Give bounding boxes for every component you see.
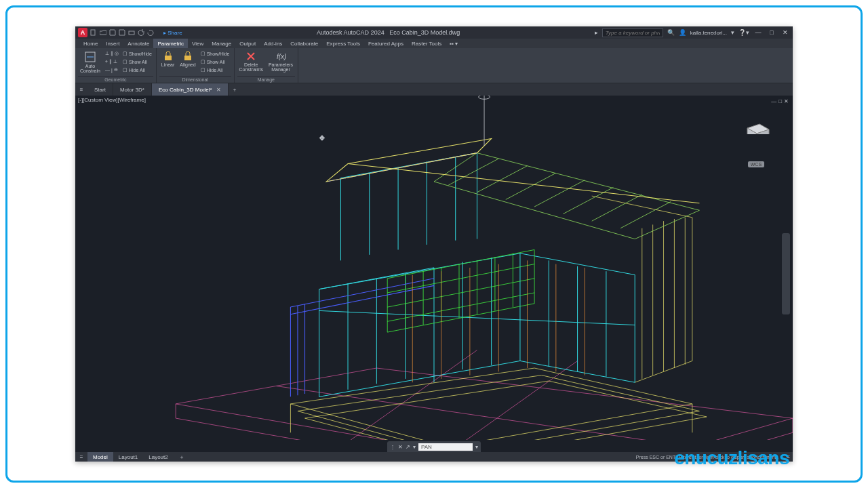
- redo-icon[interactable]: [147, 29, 154, 36]
- coincident-icon[interactable]: ⊥: [105, 51, 109, 56]
- app-logo[interactable]: A: [78, 28, 87, 37]
- perp-icon[interactable]: ⊥: [113, 59, 117, 64]
- quick-access-toolbar: [90, 29, 154, 36]
- viewcube[interactable]: LEFT FRONT WCS: [736, 120, 776, 167]
- delete-icon: [245, 51, 256, 62]
- menu-collaborate[interactable]: Collaborate: [286, 39, 322, 48]
- drawing-tabs: ≡ Start Motor 3D* Eco Cabin_3D Model*✕ ＋: [75, 83, 793, 96]
- command-input[interactable]: [418, 443, 473, 451]
- maximize-button[interactable]: □: [767, 28, 776, 37]
- dim-show-stack: ▢ Show/Hide ▢ Show All ▢ Hide All: [199, 49, 231, 74]
- geom-show-stack: ▢ Show/Hide ▢ Show All ▢ Hide All: [121, 49, 153, 74]
- delete-constraints-button[interactable]: Delete Constraints: [237, 49, 265, 73]
- cmd-handle-icon[interactable]: ⋮: [390, 444, 395, 450]
- auto-constrain-button[interactable]: Auto Constrain: [78, 49, 102, 75]
- share-button[interactable]: ▸ Share: [163, 30, 182, 36]
- new-icon[interactable]: [90, 29, 97, 36]
- layout-burger-icon[interactable]: ≡: [75, 454, 87, 460]
- search-input[interactable]: [602, 28, 663, 37]
- menu-express[interactable]: Express Tools: [322, 39, 364, 48]
- concentric-icon[interactable]: ◎: [115, 51, 119, 56]
- menu-parametric[interactable]: Parametric: [153, 39, 188, 48]
- help-icon[interactable]: ❔▾: [738, 29, 749, 36]
- layout-tabs: Model Layout1 Layout2 ＋: [87, 452, 190, 462]
- horiz-icon[interactable]: —: [105, 68, 110, 73]
- lock-icon: [163, 51, 174, 62]
- geom-showall-button[interactable]: ▢ Show All: [121, 58, 153, 66]
- menu-manage[interactable]: Manage: [208, 39, 235, 48]
- cmd-close-icon[interactable]: ✕: [398, 444, 403, 450]
- close-tab-icon[interactable]: ✕: [216, 87, 221, 93]
- viewport[interactable]: [-][Custom View][Wireframe] — □ ✕: [75, 96, 793, 452]
- menu-output[interactable]: Output: [235, 39, 260, 48]
- panel-title-dimensional: Dimensional: [159, 76, 231, 83]
- share-label: Share: [167, 30, 182, 36]
- layout-1[interactable]: Layout1: [113, 452, 143, 462]
- menu-view[interactable]: View: [188, 39, 208, 48]
- menu-raster[interactable]: Raster Tools: [408, 39, 446, 48]
- drawing-burger-icon[interactable]: ≡: [75, 83, 87, 96]
- save-icon[interactable]: [109, 29, 116, 36]
- navigation-bar[interactable]: [782, 233, 790, 314]
- parallel-icon[interactable]: ∥: [109, 59, 112, 64]
- layout-model[interactable]: Model: [87, 452, 113, 462]
- cmd-dropdown-icon[interactable]: ▾: [475, 444, 478, 450]
- svg-line-36: [387, 264, 534, 293]
- user-name[interactable]: kaila.tenedori...: [690, 30, 727, 36]
- chevron-down-icon[interactable]: ▾: [413, 444, 416, 450]
- dim-hideall-button[interactable]: ▢ Hide All: [199, 66, 231, 74]
- svg-rect-1: [129, 31, 134, 35]
- menu-bar: Home Insert Annotate Parametric View Man…: [75, 39, 793, 48]
- user-icon[interactable]: 👤: [679, 29, 686, 36]
- menu-insert[interactable]: Insert: [102, 39, 123, 48]
- command-line: ⋮ ✕ ↗ ▾ ▾: [387, 441, 481, 452]
- dim-showall-button[interactable]: ▢ Show All: [199, 58, 231, 66]
- viewcube-icon[interactable]: LEFT FRONT: [741, 120, 772, 134]
- ribbon-panel-manage: Delete Constraints f(x) Parameters Manag…: [235, 48, 299, 83]
- new-tab-button[interactable]: ＋: [229, 83, 241, 96]
- svg-line-39: [448, 159, 498, 185]
- menu-annotate[interactable]: Annotate: [123, 39, 153, 48]
- geom-hideall-button[interactable]: ▢ Hide All: [121, 66, 153, 74]
- fix-icon[interactable]: ⌖: [105, 59, 108, 64]
- open-icon[interactable]: [100, 29, 106, 36]
- svg-rect-0: [91, 30, 95, 35]
- dim-showhide-button[interactable]: ▢ Show/Hide: [199, 49, 231, 58]
- cmd-recent-icon[interactable]: ↗: [406, 444, 410, 450]
- svg-line-11: [398, 361, 577, 439]
- aligned-button[interactable]: Aligned: [178, 49, 197, 68]
- menu-featured[interactable]: Featured Apps: [364, 39, 408, 48]
- close-button[interactable]: ✕: [781, 28, 790, 37]
- model-canvas[interactable]: [75, 96, 793, 440]
- plot-icon[interactable]: [128, 29, 135, 36]
- search-go-icon[interactable]: 🔍: [667, 29, 675, 36]
- saveas-icon[interactable]: [119, 29, 125, 36]
- svg-rect-4: [165, 56, 172, 60]
- collinear-icon[interactable]: ∥: [111, 51, 113, 56]
- linear-button[interactable]: Linear: [159, 49, 176, 68]
- menu-home[interactable]: Home: [79, 39, 102, 48]
- vert-icon[interactable]: |: [111, 68, 113, 73]
- params-manager-button[interactable]: f(x) Parameters Manager: [267, 49, 295, 73]
- wcs-badge[interactable]: WCS: [748, 161, 764, 167]
- tab-motor[interactable]: Motor 3D*: [113, 83, 152, 96]
- ribbon: Auto Constrain ⊥∥◎ ⌖∥⊥ —|⊖ ▢ Show/Hide ▢…: [75, 48, 793, 83]
- tangent-icon[interactable]: ⊖: [114, 67, 118, 73]
- minimize-button[interactable]: —: [753, 28, 763, 37]
- menu-more[interactable]: ▪▪ ▾: [446, 39, 462, 48]
- layout-add[interactable]: ＋: [174, 452, 190, 462]
- svg-line-42: [534, 180, 585, 207]
- tab-eco-cabin[interactable]: Eco Cabin_3D Model*✕: [152, 83, 229, 96]
- svg-line-10: [290, 350, 477, 440]
- delete-label: Delete Constraints: [239, 62, 263, 72]
- layout-2[interactable]: Layout2: [143, 452, 173, 462]
- ribbon-panel-dimensional: Linear Aligned ▢ Show/Hide ▢ Show All ▢ …: [157, 48, 235, 83]
- tab-start[interactable]: Start: [87, 83, 113, 96]
- undo-icon[interactable]: [138, 29, 144, 36]
- autodesk-app-icon[interactable]: ▾: [731, 29, 734, 36]
- search-icon[interactable]: ▸: [595, 29, 598, 36]
- geom-showhide-button[interactable]: ▢ Show/Hide: [121, 49, 153, 58]
- params-label: Parameters Manager: [269, 62, 293, 72]
- auto-constrain-icon: [84, 51, 96, 63]
- menu-addins[interactable]: Add-ins: [260, 39, 286, 48]
